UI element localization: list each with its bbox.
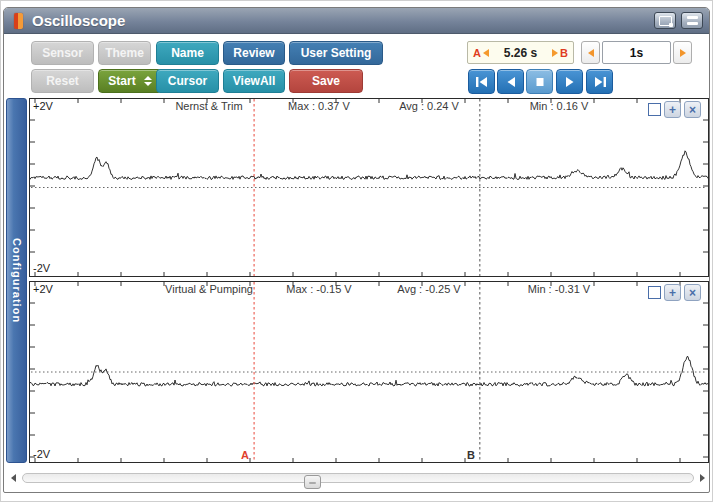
cursor-button[interactable]: Cursor: [156, 69, 219, 93]
scroll-right-icon[interactable]: [700, 474, 705, 482]
window-title: Oscilloscope: [32, 12, 125, 29]
reset-button[interactable]: Reset: [31, 69, 94, 93]
panel-controls: + ×: [648, 284, 701, 301]
interval-value: 1s: [630, 46, 643, 60]
skip-to-end-icon: [594, 77, 606, 87]
title-bar[interactable]: Oscilloscope: [4, 8, 709, 34]
step-backward-icon: [505, 77, 517, 87]
right-arrow-icon: [680, 49, 686, 57]
theme-button[interactable]: Theme: [98, 41, 151, 65]
name-button[interactable]: Name: [156, 41, 219, 65]
configuration-tab-label: Configuration: [11, 238, 23, 323]
panel-virtual-pumping: +2V -2V Virtual & Pumping Max : -0.15 V …: [29, 281, 709, 463]
play-button[interactable]: [556, 69, 583, 94]
waveform-plot-nernst-trim[interactable]: [29, 98, 709, 277]
panel-nernst-trim: +2V -2V Nernst & Trim Max : 0.37 V Avg :…: [29, 98, 709, 277]
waveform-plot-virtual-pumping[interactable]: [29, 281, 709, 463]
min-stat: Min : -0.31 V: [528, 283, 590, 295]
interval-input[interactable]: 1s: [602, 41, 671, 64]
stop-icon: [534, 77, 546, 87]
close-panel-button[interactable]: ×: [684, 284, 701, 301]
cursor-b-marker[interactable]: B: [467, 449, 475, 461]
stop-button[interactable]: [526, 69, 553, 94]
window-buttons: [654, 12, 703, 29]
avg-stat: Avg : 0.24 V: [399, 100, 459, 112]
configuration-tab[interactable]: Configuration: [6, 98, 27, 463]
avg-stat: Avg : -0.25 V: [397, 283, 460, 295]
start-button[interactable]: Start: [98, 69, 162, 93]
start-spinner-icon: [144, 76, 152, 86]
scroll-left-icon[interactable]: [11, 474, 16, 482]
panel-title: Nernst & Trim: [175, 100, 242, 112]
save-button[interactable]: Save: [289, 69, 363, 93]
max-stat: Max : 0.37 V: [288, 100, 350, 112]
zoom-in-button[interactable]: +: [664, 101, 681, 118]
minimize-button[interactable]: [681, 12, 703, 29]
oscilloscope-app-icon: [14, 13, 23, 29]
cursor-a-marker[interactable]: A: [241, 449, 249, 461]
ab-range-display[interactable]: A 5.26 s B: [467, 41, 574, 64]
user-setting-button[interactable]: User Setting: [289, 41, 383, 65]
panel-controls: + ×: [648, 101, 701, 118]
max-stat: Max : -0.15 V: [286, 283, 351, 295]
stacked-windows-icon: [687, 16, 698, 25]
ab-range-value: 5.26 s: [489, 46, 552, 60]
range-b-label: B: [560, 47, 568, 59]
sensor-button[interactable]: Sensor: [31, 41, 94, 65]
popout-window-icon: [659, 16, 672, 26]
skip-to-start-icon: [476, 77, 488, 87]
skip-to-end-button[interactable]: [586, 69, 613, 94]
popout-window-button[interactable]: [654, 12, 676, 29]
play-icon: [564, 77, 576, 87]
y-bottom-label: -2V: [33, 448, 50, 460]
review-button[interactable]: Review: [223, 41, 285, 65]
zoom-in-button[interactable]: +: [664, 284, 681, 301]
channel-checkbox[interactable]: [648, 286, 661, 299]
min-stat: Min : 0.16 V: [530, 100, 589, 112]
panel-title: Virtual & Pumping: [165, 283, 253, 295]
interval-increase-button[interactable]: [673, 41, 692, 64]
screen: Oscilloscope Sensor Theme Name Review Us…: [0, 0, 713, 502]
close-panel-button[interactable]: ×: [684, 101, 701, 118]
interval-decrease-button[interactable]: [581, 41, 600, 64]
y-top-label: +2V: [33, 100, 53, 112]
scrollbar-thumb[interactable]: [304, 475, 321, 489]
horizontal-scrollbar[interactable]: [9, 470, 707, 487]
y-bottom-label: -2V: [33, 262, 50, 274]
channel-checkbox[interactable]: [648, 103, 661, 116]
step-backward-button[interactable]: [497, 69, 524, 94]
range-a-label: A: [473, 47, 481, 59]
viewall-button[interactable]: ViewAll: [223, 69, 285, 93]
y-top-label: +2V: [33, 283, 53, 295]
start-button-label: Start: [108, 74, 135, 88]
scrollbar-track[interactable]: [22, 473, 694, 483]
skip-to-start-button[interactable]: [468, 69, 495, 94]
left-arrow-icon: [588, 49, 594, 57]
oscilloscope-window: Oscilloscope Sensor Theme Name Review Us…: [3, 7, 710, 493]
range-b-arrow-icon: [552, 49, 558, 57]
